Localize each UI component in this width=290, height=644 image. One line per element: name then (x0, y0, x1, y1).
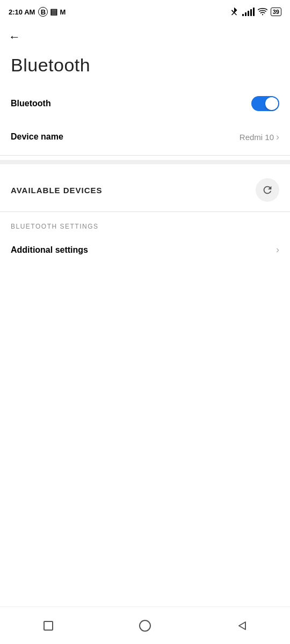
bluetooth-label: Bluetooth (11, 99, 51, 108)
bluetooth-settings-label: BLUETOOTH SETTINGS (0, 214, 290, 235)
status-bar: 2:10 AM B ▤ M (0, 0, 290, 24)
toggle-thumb (265, 97, 278, 110)
device-name-value: Redmi 10 › (240, 131, 279, 143)
device-name-text: Redmi 10 (240, 133, 274, 142)
page-title: Bluetooth (0, 50, 290, 86)
recents-button[interactable] (32, 610, 64, 642)
mail-icon: M (60, 8, 66, 16)
bottom-nav (0, 606, 290, 644)
status-left: 2:10 AM B ▤ M (9, 7, 66, 17)
available-devices-label: AVAILABLE DEVICES (11, 186, 103, 195)
additional-settings-label: Additional settings (11, 245, 88, 255)
divider-thick (0, 160, 290, 164)
svg-point-0 (262, 14, 263, 15)
circle-icon (138, 619, 152, 633)
sim-icon: ▤ (50, 7, 57, 17)
svg-marker-3 (239, 622, 245, 630)
battery-level: 39 (273, 9, 279, 15)
device-name-label: Device name (11, 132, 63, 142)
square-icon (42, 620, 54, 632)
status-right: 39 (229, 7, 281, 17)
b-icon: B (38, 7, 48, 17)
time-display: 2:10 AM (9, 8, 35, 16)
svg-rect-1 (44, 621, 53, 630)
bluetooth-toggle-row[interactable]: Bluetooth (0, 86, 290, 121)
additional-settings-chevron-icon: › (276, 244, 279, 255)
available-devices-section: AVAILABLE DEVICES (0, 169, 290, 209)
status-icons: B ▤ M (38, 7, 66, 17)
refresh-icon (262, 184, 273, 196)
bluetooth-toggle[interactable] (251, 96, 279, 111)
svg-point-2 (140, 620, 150, 631)
back-button[interactable]: ← (0, 24, 290, 50)
nav-back-button[interactable] (226, 610, 258, 642)
chevron-right-icon: › (276, 131, 279, 143)
wifi-icon (258, 7, 267, 17)
signal-bars (242, 8, 255, 16)
bluetooth-status-icon (229, 7, 239, 17)
divider-2 (0, 211, 290, 212)
divider-1 (0, 155, 290, 156)
home-button[interactable] (129, 610, 161, 642)
back-arrow-icon: ← (9, 30, 20, 43)
additional-settings-row[interactable]: Additional settings › (0, 235, 290, 265)
device-name-row[interactable]: Device name Redmi 10 › (0, 121, 290, 153)
refresh-button[interactable] (256, 178, 279, 202)
battery-indicator: 39 (271, 8, 281, 16)
triangle-icon (236, 620, 248, 632)
